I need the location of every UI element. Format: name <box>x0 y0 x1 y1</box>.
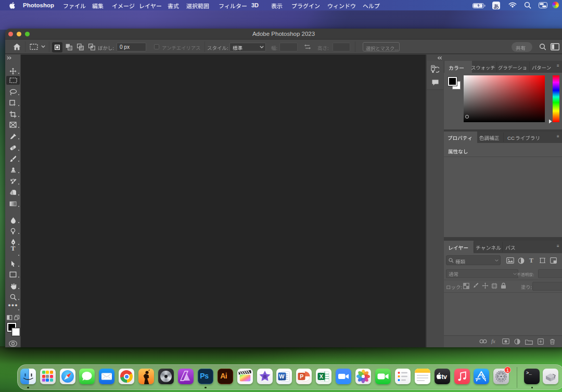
svg-text:P: P <box>300 373 304 380</box>
svg-text:X: X <box>320 373 323 380</box>
svg-text:W: W <box>279 373 285 380</box>
